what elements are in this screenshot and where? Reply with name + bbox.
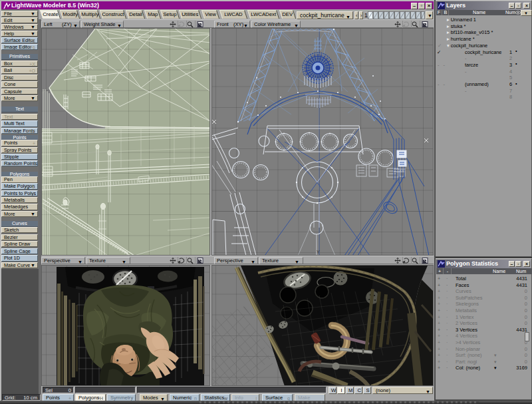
svg-text:Y: Y — [317, 250, 320, 254]
